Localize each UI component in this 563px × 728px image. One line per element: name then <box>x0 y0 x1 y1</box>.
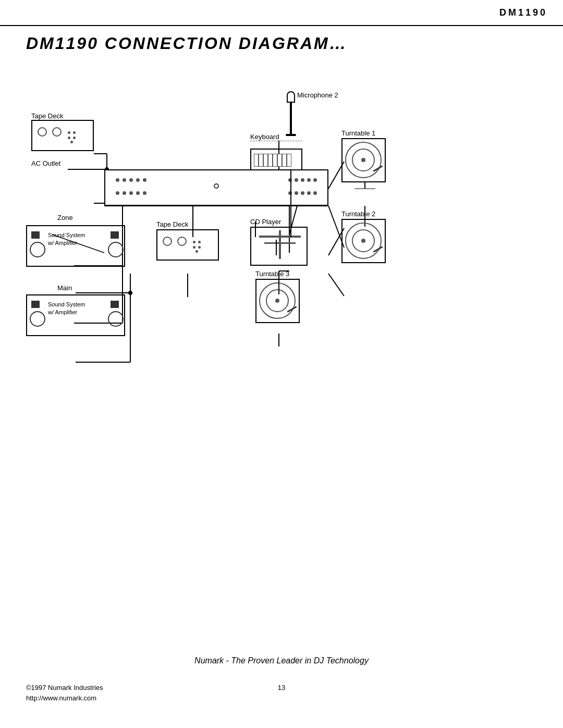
page-title: DM1190 CONNECTION DIAGRAM… <box>26 34 348 53</box>
turntable1-box <box>341 138 386 182</box>
turntable3-box <box>255 279 300 323</box>
zone-system-line2: w/ Amplifier <box>48 239 85 247</box>
turntable2-box <box>341 219 386 263</box>
keyboard-box <box>250 149 302 172</box>
microphone-stand <box>290 102 292 135</box>
main-label: Main <box>57 284 72 292</box>
footer-page-number: 13 <box>278 684 285 692</box>
turntable2-label: Turntable 2 <box>341 210 375 218</box>
footer-copyright: ©1997 Numark Industries <box>26 684 103 692</box>
main-system-line2: w/ Amplifier <box>48 309 85 316</box>
microphone-head <box>287 91 295 103</box>
ac-outlet-label: AC Outlet <box>31 159 60 168</box>
turntable1-label: Turntable 1 <box>341 129 375 137</box>
mixer-unit <box>104 169 328 206</box>
tape-deck-mid-label: Tape Deck <box>156 220 188 228</box>
page-container: DM1190 DM1190 CONNECTION DIAGRAM… <box>0 0 563 728</box>
svg-line-54 <box>328 274 344 296</box>
keyboard-label: Keyboard <box>250 133 279 141</box>
cd-player-box <box>250 227 308 266</box>
microphone-label: Microphone 2 <box>297 91 338 99</box>
microphone-base <box>286 134 296 136</box>
zone-label: Zone <box>57 214 73 221</box>
svg-point-49 <box>128 291 132 295</box>
cd-player-label: CD Player <box>250 218 281 226</box>
tape-deck-left-label: Tape Deck <box>31 112 63 120</box>
tape-deck-mid-box <box>156 229 219 261</box>
main-system-box: Sound System w/ Amplifier <box>26 294 125 336</box>
zone-system-box: Sound System w/ Amplifier <box>26 225 125 267</box>
turntable3-label: Turntable 3 <box>255 270 289 278</box>
main-system-line1: Sound System <box>48 301 85 309</box>
header-bar: DM1190 <box>0 0 563 26</box>
header-title: DM1190 <box>499 7 547 18</box>
footer-tagline: Numark - The Proven Leader in DJ Technol… <box>0 656 563 665</box>
tape-deck-left-box <box>31 120 94 151</box>
zone-system-line1: Sound System <box>48 231 85 239</box>
footer-url: http://www.numark.com <box>26 694 96 702</box>
